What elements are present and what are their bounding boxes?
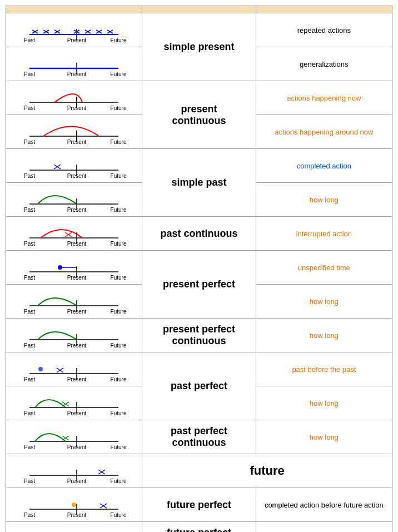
svg-text:Future: Future — [111, 444, 127, 450]
svg-text:Future: Future — [111, 37, 127, 43]
timeline-cell: Past Present Future — [6, 454, 142, 488]
svg-text:Past: Past — [24, 173, 35, 179]
use-text: unspecified time — [298, 263, 350, 272]
use-text: how long — [310, 196, 339, 204]
svg-text:Present: Present — [67, 37, 87, 43]
svg-text:Present: Present — [67, 173, 87, 179]
grammar-table: Past Present Future — [6, 6, 392, 532]
svg-point-108 — [72, 503, 76, 507]
timeline-cell: Past Present Future — [6, 420, 142, 454]
use-text: interrupted action — [296, 230, 352, 238]
timeline-cell: Past Present Future — [6, 13, 142, 47]
svg-text:Present: Present — [67, 71, 87, 77]
svg-text:Past: Past — [24, 71, 35, 77]
use-cell: past before the past — [256, 352, 392, 386]
table-row: Past Present Future future — [6, 454, 392, 488]
svg-text:Future: Future — [111, 478, 127, 484]
tense-cell: simple present — [142, 13, 256, 81]
use-cell: interrupted action — [256, 217, 392, 251]
svg-point-62 — [58, 265, 62, 270]
svg-text:Future: Future — [111, 71, 127, 77]
timeline-cell: Past Present Future — [6, 251, 142, 285]
timeline-cell: Past Present Future — [6, 352, 142, 386]
timeline-cell: Past Present Future — [6, 319, 142, 352]
use-cell: actions happening around now — [256, 115, 392, 149]
use-cell: repeated actions — [256, 13, 392, 47]
svg-text:Future: Future — [111, 173, 127, 179]
svg-text:Past: Past — [24, 309, 35, 315]
use-cell: unspecified time — [256, 251, 392, 285]
svg-text:Present: Present — [67, 410, 87, 416]
table-row: Past Present Future present continuousac… — [6, 81, 392, 115]
timeline-cell: Past Present Future — [6, 115, 142, 149]
svg-text:Past: Past — [24, 444, 35, 450]
svg-text:Future: Future — [111, 512, 127, 518]
use-cell: how long — [256, 386, 392, 420]
svg-text:Past: Past — [24, 207, 35, 213]
use-text: how long — [310, 297, 339, 306]
table-row: Past Present Future past perfect continu… — [6, 420, 392, 454]
svg-text:Future: Future — [111, 309, 127, 315]
use-cell: how long — [256, 285, 392, 319]
svg-text:Future: Future — [111, 207, 127, 213]
tense-cell: future perfect — [142, 488, 256, 522]
svg-text:Future: Future — [111, 376, 127, 382]
svg-text:Present: Present — [67, 309, 87, 315]
timeline-cell: Past Present Future — [6, 488, 142, 522]
svg-text:Future: Future — [111, 105, 127, 111]
svg-text:Past: Past — [24, 478, 35, 484]
use-cell: actions happening now — [256, 81, 392, 115]
use-cell: how long — [256, 319, 392, 352]
svg-text:Present: Present — [67, 376, 87, 382]
svg-text:Future: Future — [111, 241, 127, 247]
tense-cell: past continuous — [142, 217, 256, 251]
tense-cell: future perfect continuous — [142, 522, 256, 533]
use-text: completed action before future action — [265, 501, 384, 509]
svg-point-79 — [38, 367, 43, 371]
use-cell: completed action before future action — [256, 488, 392, 522]
tense-cell: present continuous — [142, 81, 256, 149]
svg-text:Future: Future — [111, 410, 127, 416]
use-cell: how long — [256, 420, 392, 454]
svg-text:Past: Past — [24, 241, 35, 247]
svg-text:Past: Past — [24, 105, 35, 111]
header-timeline — [6, 6, 142, 13]
svg-text:Past: Past — [24, 139, 35, 145]
svg-text:Past: Past — [24, 376, 35, 382]
tense-cell: simple past — [142, 149, 256, 217]
timeline-cell: Past Present Future — [6, 217, 142, 251]
table-row: Past Present Future future perfect conti… — [6, 522, 392, 533]
tense-cell: present perfect — [142, 251, 256, 319]
timeline-cell: Past Present Future — [6, 285, 142, 319]
table-row: Past Present Future — [6, 13, 392, 47]
use-cell: how long before future action — [256, 522, 392, 533]
svg-text:Past: Past — [24, 275, 35, 281]
use-cell: how long — [256, 183, 392, 217]
use-text: how long — [310, 331, 339, 340]
svg-text:Past: Past — [24, 37, 35, 43]
svg-text:Future: Future — [111, 139, 127, 145]
svg-text:Present: Present — [67, 275, 87, 281]
tense-cell: past perfect continuous — [142, 420, 256, 454]
svg-text:Past: Past — [24, 342, 35, 349]
use-text: generalizations — [300, 60, 348, 68]
tense-cell: future — [142, 454, 392, 488]
svg-text:Present: Present — [67, 241, 87, 247]
use-text: past before the past — [292, 365, 356, 374]
table-row: Past Present Future past continuousinter… — [6, 217, 392, 251]
timeline-cell: Past Present Future — [6, 183, 142, 217]
timeline-cell: Past Present Future — [6, 81, 142, 115]
header-tense — [142, 6, 256, 13]
svg-text:Present: Present — [67, 478, 87, 484]
svg-text:Past: Past — [24, 410, 35, 416]
use-cell: completed action — [256, 149, 392, 183]
use-cell: generalizations — [256, 47, 392, 81]
table-row: Past Present Future simple pastcompleted… — [6, 149, 392, 183]
use-text: how long — [310, 399, 339, 407]
timeline-cell: Past Present Future — [6, 149, 142, 183]
table-row: Past Present Future past perfectpast bef… — [6, 352, 392, 386]
header-use — [256, 6, 392, 13]
tense-cell: past perfect — [142, 352, 256, 420]
svg-text:Past: Past — [24, 512, 35, 518]
svg-text:Present: Present — [67, 512, 87, 518]
